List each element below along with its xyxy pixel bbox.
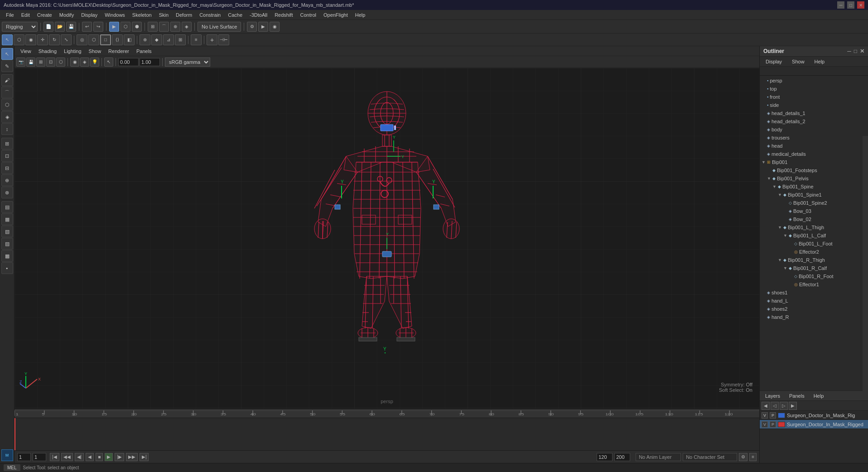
outliner-item-handl[interactable]: ◈ hand_L xyxy=(760,297,868,305)
outliner-item-l-calf[interactable]: ▼ ◆ Bip001_L_Calf xyxy=(760,231,868,240)
tool-b[interactable]: ⊡ xyxy=(1,150,13,162)
menu-file[interactable]: File xyxy=(3,11,17,19)
snap-pts-button[interactable]: ◆ xyxy=(151,34,162,45)
outliner-item-trousers[interactable]: ◈ trousers xyxy=(760,134,868,142)
select-tool-button[interactable]: ▶ xyxy=(109,22,119,32)
vp-grid-button[interactable]: ⊡ xyxy=(46,58,55,67)
outliner-item-shoes2[interactable]: ◈ shoes2 xyxy=(760,305,868,313)
poly-tool[interactable]: ⬡ xyxy=(1,99,13,111)
playback-step-back-button[interactable]: ◀| xyxy=(75,453,84,461)
menu-display[interactable]: Display xyxy=(78,11,101,19)
channel-box-button[interactable]: ≡ xyxy=(191,34,202,45)
tool-k[interactable]: ▪ xyxy=(1,262,13,274)
minimize-button[interactable]: ─ xyxy=(837,1,844,9)
soft-select-button[interactable]: ◎ xyxy=(77,34,87,45)
viewport-menu-renderer[interactable]: Renderer xyxy=(105,48,132,55)
menu-modify[interactable]: Modify xyxy=(56,11,77,19)
playback-play-back-button[interactable]: ◀ xyxy=(86,453,94,461)
show-hide-button[interactable]: ⊞ xyxy=(175,34,186,45)
mirror-button[interactable]: ⊿ xyxy=(163,34,174,45)
mel-button[interactable]: MEL xyxy=(4,464,20,471)
outliner-scrollbar[interactable] xyxy=(863,136,868,400)
vertex-select-button[interactable]: □ xyxy=(100,34,111,45)
outliner-item-r-calf[interactable]: ▼ ◆ Bip001_R_Calf xyxy=(760,264,868,272)
outliner-item-r-thigh[interactable]: ▼ ◆ Bip001_R_Thigh xyxy=(760,256,868,264)
manipulator-button[interactable]: ⊕ xyxy=(140,34,150,45)
outliner-minimize[interactable]: ─ xyxy=(847,48,851,54)
layers-help-menu[interactable]: Help xyxy=(812,393,826,399)
anim-settings-button[interactable]: ⚙ xyxy=(739,453,747,461)
layer-pvis-1[interactable]: P xyxy=(770,412,776,419)
timeline-track[interactable] xyxy=(14,418,759,450)
lasso-button[interactable]: ⬡ xyxy=(14,34,24,45)
viewport-menu-lighting[interactable]: Lighting xyxy=(61,48,85,55)
menu-help[interactable]: Help xyxy=(352,11,369,19)
outliner-item-bip001[interactable]: ▼ ⊞ Bip001 xyxy=(760,158,868,166)
menu-deform[interactable]: Deform xyxy=(173,11,195,19)
tool-d[interactable]: ⊕ xyxy=(1,174,13,186)
outliner-item-front[interactable]: ▪ front xyxy=(760,93,868,101)
vp-shaded-button[interactable]: ◉ xyxy=(70,58,79,67)
menu-windows[interactable]: Windows xyxy=(101,11,128,19)
playback-step-forward-button[interactable]: |▶ xyxy=(115,453,124,461)
menu-edit[interactable]: Edit xyxy=(18,11,33,19)
frame-end-input[interactable] xyxy=(597,453,612,461)
wire-frame-button[interactable]: ⬡ xyxy=(88,34,99,45)
tool-h[interactable]: ▧ xyxy=(1,226,13,237)
frame-current-input[interactable] xyxy=(33,453,46,461)
close-button[interactable]: ✕ xyxy=(857,1,864,9)
snap-point-button[interactable]: ⊕ xyxy=(170,22,180,32)
tool-e[interactable]: ⊗ xyxy=(1,187,13,198)
edge-select-button[interactable]: ⟨⟩ xyxy=(112,34,123,45)
mode-dropdown[interactable]: Rigging Animation Modeling xyxy=(2,22,38,32)
scale-button[interactable]: ⤡ xyxy=(61,34,72,45)
lasso-select-button[interactable]: ⬡ xyxy=(121,22,130,32)
paint-tool[interactable]: ✎ xyxy=(1,60,13,72)
vp-select-button[interactable]: ↖ xyxy=(104,58,113,67)
layer-row-1[interactable]: V P Surgeon_Doctor_In_Mask_Rig xyxy=(760,411,868,420)
panels-menu[interactable]: Panels xyxy=(787,393,806,399)
max-frame-input[interactable] xyxy=(614,453,630,461)
menu-skeleton[interactable]: Skeleton xyxy=(129,11,155,19)
layers-menu[interactable]: Layers xyxy=(763,393,782,399)
layers-prev-btn[interactable]: ◀ xyxy=(762,402,770,410)
outliner-item-pelvis[interactable]: ▼ ◆ Bip001_Pelvis xyxy=(760,174,868,183)
outliner-show-menu[interactable]: Show xyxy=(789,58,808,65)
color-mode-select[interactable]: sRGB gamma Linear xyxy=(165,58,210,67)
outliner-item-persp[interactable]: ▪ persp xyxy=(760,77,868,85)
layers-step2-btn[interactable]: ▷ xyxy=(780,402,788,410)
layers-next-btn[interactable]: ▶ xyxy=(789,402,797,410)
menu-skin[interactable]: Skin xyxy=(156,11,172,19)
tool-a[interactable]: ⊞ xyxy=(1,138,13,149)
outliner-item-head-details-2[interactable]: ◈ head_details_2 xyxy=(760,117,868,125)
vp-cam-button[interactable]: 📷 xyxy=(16,58,25,67)
menu-openflight[interactable]: OpenFlight xyxy=(320,11,351,19)
vp-light-button[interactable]: 💡 xyxy=(90,58,99,67)
outliner-item-side[interactable]: ▪ side xyxy=(760,101,868,109)
tool-j[interactable]: ▩ xyxy=(1,250,13,262)
outliner-close[interactable]: ✕ xyxy=(860,48,864,54)
render-button[interactable]: ▶ xyxy=(258,22,268,32)
outliner-item-bow02[interactable]: ◈ Bow_02 xyxy=(760,215,868,223)
surface-tool[interactable]: ◈ xyxy=(1,111,13,123)
outliner-item-body[interactable]: ◈ body xyxy=(760,125,868,134)
anim-extra-button[interactable]: ≡ xyxy=(749,453,757,461)
menu-constrain[interactable]: Constrain xyxy=(196,11,224,19)
playback-prev-button[interactable]: ◀◀ xyxy=(61,453,73,461)
save-scene-button[interactable]: 💾 xyxy=(66,22,76,32)
undo-button[interactable]: ↩ xyxy=(82,22,92,32)
outliner-item-head[interactable]: ◈ head xyxy=(760,142,868,150)
playback-next-button[interactable]: ▶▶ xyxy=(126,453,138,461)
ipr-button[interactable]: ◉ xyxy=(270,22,280,32)
outliner-item-spine1[interactable]: ▼ ◆ Bip001_Spine1 xyxy=(760,191,868,199)
outliner-float[interactable]: □ xyxy=(854,48,857,54)
curve-tool[interactable]: ⌒ xyxy=(1,87,13,98)
redo-button[interactable]: ↪ xyxy=(93,22,103,32)
outliner-item-spine2[interactable]: ◇ Bip001_Spine2 xyxy=(760,199,868,207)
layer-vis-1[interactable]: V xyxy=(762,412,768,419)
outliner-item-r-foot[interactable]: ◇ Bip001_R_Foot xyxy=(760,272,868,280)
snap-curve-button[interactable]: ⌒ xyxy=(159,22,169,32)
plus-icon[interactable]: + xyxy=(207,34,217,45)
outliner-item-effector2[interactable]: ◎ Effector2 xyxy=(760,248,868,256)
playback-play-button[interactable]: ▶ xyxy=(105,453,113,461)
